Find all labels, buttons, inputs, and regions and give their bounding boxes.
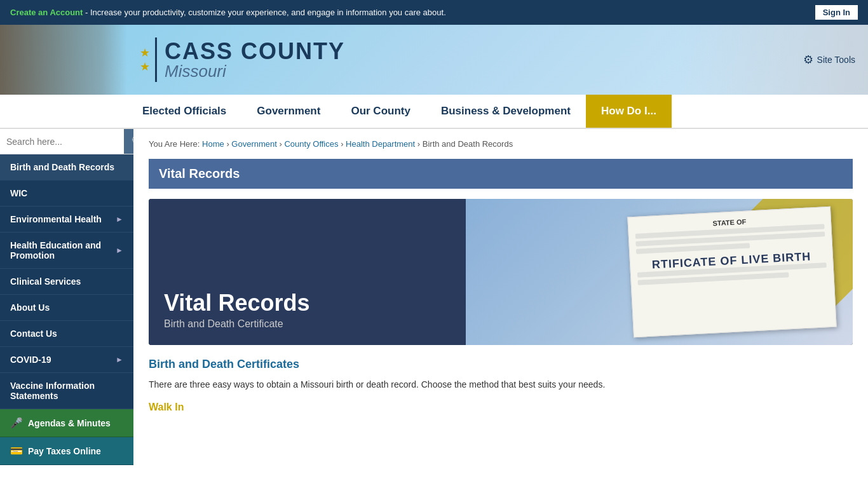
section-title-bar: Vital Records: [149, 159, 853, 189]
logo-area[interactable]: ★★ CASS COUNTY Missouri: [140, 37, 345, 82]
content-section-title: Birth and Death Certificates: [149, 358, 853, 371]
sidebar-item-vaccine-info[interactable]: Vaccine Information Statements: [0, 373, 133, 409]
sidebar-item-health-education[interactable]: Health Education and Promotion ►: [0, 233, 133, 269]
sidebar-item-birth-death-records[interactable]: Birth and Death Records: [0, 154, 133, 180]
breadcrumb-current: Birth and Death Records: [423, 139, 513, 149]
breadcrumb-health-department[interactable]: Health Department: [346, 139, 415, 149]
nav-our-county[interactable]: Our County: [336, 95, 426, 128]
breadcrumb: You Are Here: Home › Government › County…: [149, 139, 853, 149]
top-banner: Create an Account - Increase your produc…: [0, 0, 868, 25]
breadcrumb-sep: ›: [417, 139, 423, 149]
sidebar-item-label: Environmental Health: [10, 214, 102, 224]
sidebar-search[interactable]: 🔍: [0, 129, 133, 154]
sidebar-item-label: About Us: [10, 302, 50, 313]
agendas-minutes-button[interactable]: 🎤 Agendas & Minutes: [0, 409, 133, 437]
sidebar-bottom-buttons: 🎤 Agendas & Minutes 💳 Pay Taxes Online: [0, 409, 133, 465]
banner-text: Create an Account - Increase your produc…: [10, 8, 446, 17]
sidebar-item-label: Health Education and Promotion: [10, 240, 116, 261]
sidebar-item-label: Clinical Services: [10, 276, 81, 287]
header-bg-decoration: [0, 25, 127, 95]
main-content: You Are Here: Home › Government › County…: [133, 129, 868, 465]
section-title: Vital Records: [159, 166, 240, 180]
sidebar-item-contact-us[interactable]: Contact Us: [0, 321, 133, 347]
logo-divider: [155, 37, 157, 82]
hero-banner: Vital Records Birth and Death Certificat…: [149, 199, 853, 345]
sidebar-menu: Birth and Death Records WIC Environmenta…: [0, 154, 133, 409]
sidebar-item-label: COVID-19: [10, 355, 51, 365]
certificate-visual: STATE OF RTIFICATE OF LIVE BIRTH: [466, 199, 853, 345]
sidebar-item-label: Vaccine Information Statements: [10, 381, 123, 401]
certificate-paper: STATE OF RTIFICATE OF LIVE BIRTH: [627, 207, 837, 337]
logo-text: CASS COUNTY Missouri: [165, 40, 345, 79]
nav-how-do-i[interactable]: How Do I...: [586, 95, 672, 128]
sidebar: 🔍 Birth and Death Records WIC Environmen…: [0, 129, 133, 465]
sidebar-item-environmental-health[interactable]: Environmental Health ►: [0, 207, 133, 233]
agendas-minutes-label: Agendas & Minutes: [28, 418, 111, 428]
content-description: There are three easy ways to obtain a Mi…: [149, 377, 853, 391]
logo-stars-icon: ★★: [140, 46, 150, 74]
breadcrumb-county-offices[interactable]: County Offices: [284, 139, 338, 149]
banner-description: - Increase your productivity, customize …: [85, 8, 446, 17]
sidebar-item-covid19[interactable]: COVID-19 ►: [0, 347, 133, 373]
breadcrumb-home[interactable]: Home: [202, 139, 224, 149]
breadcrumb-sep: ›: [341, 139, 346, 149]
state-name: Missouri: [165, 63, 345, 79]
walk-in-heading: Walk In: [149, 402, 853, 413]
site-tools-button[interactable]: ⚙ Site Tools: [803, 53, 855, 67]
gear-icon: ⚙: [803, 53, 813, 67]
nav-business-development[interactable]: Business & Development: [426, 95, 586, 128]
sidebar-item-about-us[interactable]: About Us: [0, 295, 133, 321]
nav-elected-officials[interactable]: Elected Officials: [127, 95, 241, 128]
sidebar-item-wic[interactable]: WIC: [0, 180, 133, 207]
chevron-right-icon: ►: [116, 355, 123, 364]
pay-taxes-label: Pay Taxes Online: [28, 446, 101, 456]
sidebar-item-label: WIC: [10, 188, 27, 198]
search-input[interactable]: [0, 130, 124, 153]
hero-right-panel: STATE OF RTIFICATE OF LIVE BIRTH: [466, 199, 853, 345]
content-body: Birth and Death Certificates There are t…: [149, 358, 853, 413]
site-header: ★★ CASS COUNTY Missouri ⚙ Site Tools: [0, 25, 868, 95]
sign-in-button[interactable]: Sign In: [815, 5, 858, 20]
main-layout: 🔍 Birth and Death Records WIC Environmen…: [0, 129, 868, 465]
breadcrumb-government[interactable]: Government: [231, 139, 277, 149]
sidebar-item-clinical-services[interactable]: Clinical Services: [0, 269, 133, 295]
pay-taxes-button[interactable]: 💳 Pay Taxes Online: [0, 437, 133, 465]
create-account-link[interactable]: Create an Account: [10, 8, 83, 17]
county-name: CASS COUNTY: [165, 40, 345, 63]
microphone-icon: 🎤: [10, 417, 23, 429]
credit-card-icon: 💳: [10, 445, 23, 457]
site-tools-label: Site Tools: [817, 55, 855, 65]
breadcrumb-prefix: You Are Here:: [149, 139, 202, 149]
sidebar-item-label: Contact Us: [10, 329, 57, 339]
main-nav: Elected Officials Government Our County …: [0, 95, 868, 129]
chevron-right-icon: ►: [116, 246, 123, 255]
chevron-right-icon: ►: [116, 215, 123, 224]
sidebar-item-label: Birth and Death Records: [10, 162, 114, 172]
nav-government[interactable]: Government: [241, 95, 336, 128]
